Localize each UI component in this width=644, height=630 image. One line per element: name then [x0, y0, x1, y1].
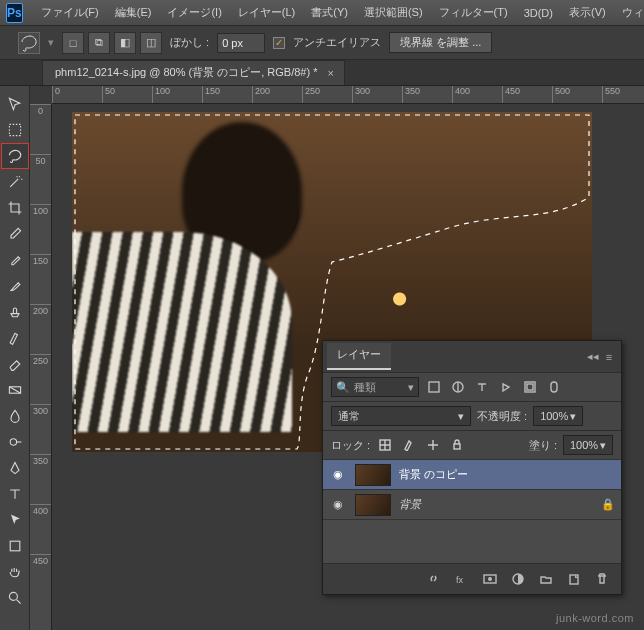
selection-mode-buttons: □ ⧉ ◧ ◫	[62, 32, 162, 54]
lock-position-icon[interactable]	[424, 436, 442, 454]
filter-adjust-icon[interactable]	[449, 378, 467, 396]
lasso-icon	[19, 33, 39, 53]
layers-filter-row: 🔍 種類 ▾	[323, 372, 621, 401]
selection-new-button[interactable]: □	[62, 32, 84, 54]
shape-tool[interactable]	[2, 534, 28, 558]
svg-rect-9	[551, 382, 557, 392]
filter-type-icon[interactable]	[473, 378, 491, 396]
layer-row[interactable]: ◉ 背景 のコピー	[323, 459, 621, 489]
menu-image[interactable]: イメージ(I)	[161, 2, 227, 23]
refine-edge-label: 境界線 を調整 ...	[400, 35, 481, 50]
selection-intersect-button[interactable]: ◫	[140, 32, 162, 54]
svg-rect-16	[570, 575, 578, 584]
fill-label: 塗り :	[529, 438, 557, 453]
blur-tool[interactable]	[2, 404, 28, 428]
layers-lock-row: ロック : 塗り : 100%▾	[323, 430, 621, 459]
document-tab-strip: phm12_0214-s.jpg @ 80% (背景 のコピー, RGB/8#)…	[0, 60, 644, 86]
menu-3d[interactable]: 3D(D)	[518, 4, 559, 22]
menu-select[interactable]: 選択範囲(S)	[358, 2, 429, 23]
visibility-toggle-icon[interactable]: ◉	[329, 498, 347, 511]
lasso-tool[interactable]	[2, 144, 28, 168]
menu-layer[interactable]: レイヤー(L)	[232, 2, 301, 23]
gradient-tool[interactable]	[2, 378, 28, 402]
panel-collapse-icon[interactable]: ◂◂	[585, 350, 601, 363]
layers-panel: レイヤー ◂◂ ≡ 🔍 種類 ▾ 通常▾ 不透明度 : 100%▾ ロック :	[322, 340, 622, 595]
link-layers-icon[interactable]	[425, 570, 443, 588]
zoom-tool[interactable]	[2, 586, 28, 610]
current-tool-icon[interactable]	[18, 32, 40, 54]
dodge-tool[interactable]	[2, 430, 28, 454]
layer-group-icon[interactable]	[537, 570, 555, 588]
fill-select[interactable]: 100%▾	[563, 435, 613, 455]
delete-layer-icon[interactable]	[593, 570, 611, 588]
menu-type[interactable]: 書式(Y)	[305, 2, 354, 23]
document-tab-title: phm12_0214-s.jpg @ 80% (背景 のコピー, RGB/8#)…	[55, 65, 317, 80]
crop-tool[interactable]	[2, 196, 28, 220]
hand-tool[interactable]	[2, 560, 28, 584]
lock-all-icon[interactable]	[448, 436, 466, 454]
svg-rect-0	[9, 124, 20, 135]
ruler-horizontal: 050100 150200250 300350400 450500550 600…	[52, 86, 644, 104]
lock-transparent-icon[interactable]	[376, 436, 394, 454]
opacity-label: 不透明度 :	[477, 409, 527, 424]
brush-tool[interactable]	[2, 274, 28, 298]
lock-label: ロック :	[331, 438, 370, 453]
magic-wand-tool[interactable]	[2, 170, 28, 194]
layer-thumbnail[interactable]	[355, 464, 391, 486]
clone-stamp-tool[interactable]	[2, 300, 28, 324]
filter-pixel-icon[interactable]	[425, 378, 443, 396]
eyedropper-tool[interactable]	[2, 222, 28, 246]
dropdown-arrow-icon: ▾	[48, 36, 54, 49]
eraser-tool[interactable]	[2, 352, 28, 376]
new-layer-icon[interactable]	[565, 570, 583, 588]
menu-window[interactable]: ウィ	[616, 2, 644, 23]
layers-blend-row: 通常▾ 不透明度 : 100%▾	[323, 401, 621, 430]
layer-thumbnail[interactable]	[355, 494, 391, 516]
document-tab[interactable]: phm12_0214-s.jpg @ 80% (背景 のコピー, RGB/8#)…	[42, 60, 345, 85]
svg-point-14	[488, 577, 492, 581]
healing-brush-tool[interactable]	[2, 248, 28, 272]
pen-tool[interactable]	[2, 456, 28, 480]
layer-kind-select[interactable]: 🔍 種類 ▾	[331, 377, 419, 397]
lock-icon: 🔒	[601, 498, 615, 511]
layer-mask-icon[interactable]	[481, 570, 499, 588]
lock-pixels-icon[interactable]	[400, 436, 418, 454]
visibility-toggle-icon[interactable]: ◉	[329, 468, 347, 481]
app-badge: Ps	[6, 3, 23, 23]
layer-fx-icon[interactable]: fx	[453, 570, 471, 588]
move-tool[interactable]	[2, 92, 28, 116]
ruler-vertical: 050100 150200250 300350400 450	[30, 104, 52, 630]
opacity-select[interactable]: 100%▾	[533, 406, 583, 426]
path-select-tool[interactable]	[2, 508, 28, 532]
feather-label: ぼかし :	[170, 35, 209, 50]
menu-view[interactable]: 表示(V)	[563, 2, 612, 23]
marquee-tool[interactable]	[2, 118, 28, 142]
selection-add-button[interactable]: ⧉	[88, 32, 110, 54]
filter-smart-icon[interactable]	[521, 378, 539, 396]
blend-mode-select[interactable]: 通常▾	[331, 406, 471, 426]
menu-bar: Ps ファイル(F) 編集(E) イメージ(I) レイヤー(L) 書式(Y) 選…	[0, 0, 644, 26]
history-brush-tool[interactable]	[2, 326, 28, 350]
refine-edge-button[interactable]: 境界線 を調整 ...	[389, 32, 492, 53]
menu-filter[interactable]: フィルター(T)	[433, 2, 514, 23]
filter-shape-icon[interactable]	[497, 378, 515, 396]
options-bar: ▾ □ ⧉ ◧ ◫ ぼかし : ✓ アンチエイリアス 境界線 を調整 ...	[0, 26, 644, 60]
close-tab-icon[interactable]: ×	[327, 67, 333, 79]
adjustment-layer-icon[interactable]	[509, 570, 527, 588]
layer-name: 背景	[399, 497, 421, 512]
antialias-checkbox[interactable]: ✓	[273, 37, 285, 49]
menu-edit[interactable]: 編集(E)	[109, 2, 158, 23]
antialias-label: アンチエイリアス	[293, 35, 381, 50]
layers-panel-tab[interactable]: レイヤー	[327, 343, 391, 370]
layer-row[interactable]: ◉ 背景 🔒	[323, 489, 621, 519]
tools-panel	[0, 86, 30, 630]
selection-subtract-button[interactable]: ◧	[114, 32, 136, 54]
feather-input[interactable]	[217, 33, 265, 53]
type-tool[interactable]	[2, 482, 28, 506]
svg-rect-5	[429, 382, 439, 392]
svg-text:fx: fx	[456, 575, 464, 585]
svg-point-2	[10, 439, 16, 445]
menu-file[interactable]: ファイル(F)	[35, 2, 105, 23]
filter-toggle[interactable]	[545, 378, 563, 396]
panel-menu-icon[interactable]: ≡	[601, 351, 617, 363]
